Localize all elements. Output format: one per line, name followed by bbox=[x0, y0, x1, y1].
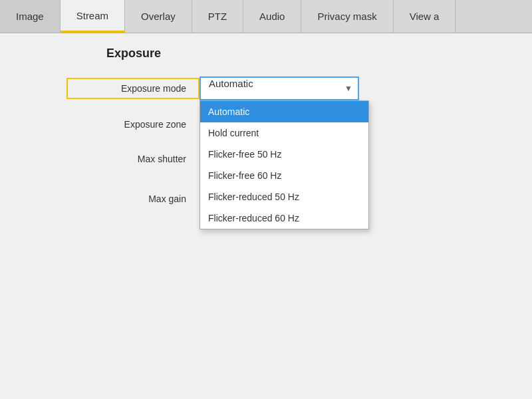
tab-privacy-mask[interactable]: Privacy mask bbox=[301, 0, 393, 33]
tab-image[interactable]: Image bbox=[0, 0, 61, 33]
exposure-mode-row: Exposure mode Automatic ▼ Automatic Hold… bbox=[66, 76, 532, 100]
tab-view-area[interactable]: View a bbox=[394, 0, 456, 33]
tab-overlay[interactable]: Overlay bbox=[125, 0, 192, 33]
content-area: Exposure Exposure mode Automatic ▼ Autom… bbox=[0, 33, 532, 399]
exposure-mode-dropdown-list: Automatic Hold current Flicker-free 50 H… bbox=[200, 100, 369, 229]
dropdown-item-flicker-reduced-50[interactable]: Flicker-reduced 50 Hz bbox=[200, 186, 368, 207]
exposure-mode-label: Exposure mode bbox=[66, 78, 200, 99]
dropdown-item-hold-current[interactable]: Hold current bbox=[200, 122, 368, 144]
tab-audio[interactable]: Audio bbox=[243, 0, 301, 33]
tab-stream[interactable]: Stream bbox=[61, 0, 125, 33]
dropdown-item-flicker-free-50[interactable]: Flicker-free 50 Hz bbox=[200, 144, 368, 165]
tab-ptz[interactable]: PTZ bbox=[192, 0, 243, 33]
form-area: Exposure mode Automatic ▼ Automatic Hold… bbox=[0, 76, 532, 209]
section-title: Exposure bbox=[106, 47, 532, 61]
dropdown-item-flicker-free-60[interactable]: Flicker-free 60 Hz bbox=[200, 165, 368, 186]
max-shutter-label: Max shutter bbox=[66, 154, 200, 164]
max-gain-label: Max gain bbox=[66, 194, 200, 204]
exposure-mode-dropdown-wrapper: Automatic ▼ Automatic Hold current Flick… bbox=[200, 76, 359, 100]
exposure-zone-label: Exposure zone bbox=[66, 119, 200, 130]
tab-bar: Image Stream Overlay PTZ Audio Privacy m… bbox=[0, 0, 532, 33]
dropdown-item-flicker-reduced-60[interactable]: Flicker-reduced 60 Hz bbox=[200, 207, 368, 229]
exposure-mode-dropdown[interactable]: Automatic bbox=[200, 76, 359, 100]
dropdown-item-automatic[interactable]: Automatic bbox=[200, 101, 368, 122]
